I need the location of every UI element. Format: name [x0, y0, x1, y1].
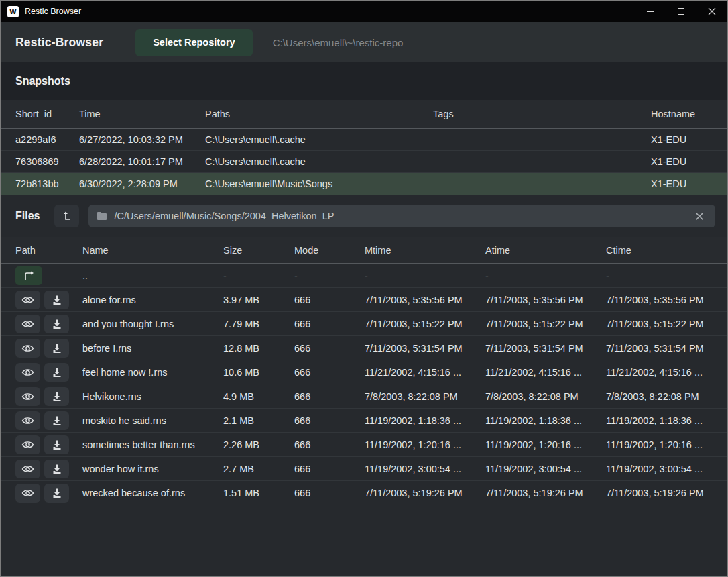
preview-file-button[interactable] [15, 484, 40, 503]
preview-file-button[interactable] [15, 411, 40, 430]
parent-atime: - [485, 270, 606, 281]
minimize-button[interactable] [635, 1, 666, 22]
window-controls [635, 1, 727, 22]
file-row[interactable]: alone for.rns 3.97 MB 666 7/11/2003, 5:3… [1, 288, 727, 312]
column-hostname: Hostname [651, 109, 713, 119]
preview-file-button[interactable] [15, 363, 40, 382]
download-file-button[interactable] [44, 460, 69, 478]
file-atime: 7/11/2003, 5:31:54 PM [485, 343, 606, 354]
download-file-button[interactable] [44, 363, 69, 382]
file-row[interactable]: and you thought I.rns 7.79 MB 666 7/11/2… [1, 312, 727, 336]
download-icon [52, 295, 62, 305]
preview-file-button[interactable] [15, 460, 40, 478]
download-icon [52, 367, 62, 378]
download-icon [52, 319, 62, 329]
column-mode: Mode [294, 245, 365, 256]
maximize-button[interactable] [666, 1, 696, 22]
file-ctime: 7/11/2003, 5:35:56 PM [606, 295, 713, 305]
file-name: sometimes better than.rns [82, 439, 223, 450]
eye-icon [21, 464, 34, 474]
file-ctime: 7/11/2003, 5:31:54 PM [606, 343, 713, 354]
file-size: 12.8 MB [223, 343, 294, 354]
file-size: 10.6 MB [223, 367, 294, 378]
download-file-button[interactable] [44, 291, 69, 309]
file-name: alone for.rns [82, 295, 223, 305]
file-size: 7.79 MB [223, 319, 294, 329]
eye-icon [21, 416, 34, 425]
download-file-button[interactable] [44, 315, 69, 333]
eye-icon [21, 295, 34, 305]
files-table-header: Path Name Size Mode Mtime Atime Ctime [1, 237, 727, 264]
column-path: Path [15, 245, 82, 256]
file-mode: 666 [294, 391, 365, 402]
download-file-button[interactable] [44, 339, 69, 358]
current-path-field[interactable]: /C/Users/emuell/Music/Songs/2004_Helveti… [88, 205, 715, 227]
file-row[interactable]: sometimes better than.rns 2.26 MB 666 11… [1, 433, 727, 457]
path-level-button[interactable] [54, 205, 79, 227]
file-ctime: 7/11/2003, 5:15:22 PM [606, 319, 713, 329]
column-time: Time [79, 109, 205, 119]
file-ctime: 11/19/2002, 1:20:16 ... [606, 439, 713, 450]
download-file-button[interactable] [44, 484, 69, 503]
file-mtime: 7/8/2003, 8:22:08 PM [365, 391, 485, 402]
file-row[interactable]: moskito he said.rns 2.1 MB 666 11/19/200… [1, 409, 727, 433]
go-to-parent-button[interactable] [15, 266, 42, 285]
parent-directory-row[interactable]: .. - - - - - [1, 264, 727, 288]
snapshot-short-id: 76306869 [15, 156, 79, 167]
download-icon [52, 391, 62, 402]
file-mtime: 7/11/2003, 5:15:22 PM [365, 319, 485, 329]
level-up-icon [62, 210, 72, 222]
eye-icon [21, 440, 34, 450]
download-file-button[interactable] [44, 387, 69, 406]
file-row[interactable]: wrecked because of.rns 1.51 MB 666 7/11/… [1, 481, 727, 505]
snapshot-time: 6/27/2022, 10:03:32 PM [79, 134, 205, 145]
snapshot-row[interactable]: 72b813bb 6/30/2022, 2:28:09 PM C:\Users\… [1, 173, 727, 195]
file-size: 4.9 MB [223, 391, 294, 402]
file-mode: 666 [294, 367, 365, 378]
snapshot-hostname: X1-EDU [651, 156, 713, 167]
preview-file-button[interactable] [15, 315, 40, 333]
file-mode: 666 [294, 415, 365, 426]
snapshot-paths: C:\Users\emuell\Music\Songs [205, 178, 433, 189]
clear-path-button[interactable] [691, 208, 707, 224]
snapshots-heading: Snapshots [1, 62, 727, 100]
download-file-button[interactable] [44, 411, 69, 430]
file-mtime: 11/19/2002, 1:18:36 ... [365, 415, 485, 426]
snapshot-row[interactable]: 76306869 6/28/2022, 10:01:17 PM C:\Users… [1, 151, 727, 173]
file-row[interactable]: Helvikone.rns 4.9 MB 666 7/8/2003, 8:22:… [1, 384, 727, 409]
file-atime: 11/19/2002, 1:20:16 ... [485, 439, 606, 450]
preview-file-button[interactable] [15, 291, 40, 309]
file-mtime: 11/19/2002, 1:20:16 ... [365, 439, 485, 450]
file-mode: 666 [294, 319, 365, 329]
snapshot-time: 6/28/2022, 10:01:17 PM [79, 156, 205, 167]
close-icon [708, 7, 716, 15]
eye-icon [21, 488, 34, 498]
preview-file-button[interactable] [15, 339, 40, 358]
maximize-icon [678, 8, 684, 15]
close-button[interactable] [696, 1, 727, 22]
file-name: wrecked because of.rns [82, 488, 223, 499]
preview-file-button[interactable] [15, 435, 40, 454]
preview-file-button[interactable] [15, 387, 40, 406]
file-mode: 666 [294, 439, 365, 450]
snapshot-row[interactable]: a2299af6 6/27/2022, 10:03:32 PM C:\Users… [1, 129, 727, 151]
download-icon [52, 415, 62, 426]
file-size: 2.26 MB [223, 439, 294, 450]
snapshot-paths: C:\Users\emuell\.cache [205, 134, 433, 145]
file-mode: 666 [294, 464, 365, 474]
download-file-button[interactable] [44, 435, 69, 454]
select-repository-button[interactable]: Select Repository [135, 29, 253, 56]
snapshot-short-id: 72b813bb [15, 178, 79, 189]
snapshot-short-id: a2299af6 [15, 134, 79, 145]
snapshots-table: a2299af6 6/27/2022, 10:03:32 PM C:\Users… [1, 129, 727, 195]
snapshot-time: 6/30/2022, 2:28:09 PM [79, 178, 205, 189]
column-size: Size [223, 245, 294, 256]
file-row[interactable]: feel home now !.rns 10.6 MB 666 11/21/20… [1, 360, 727, 384]
parent-mode: - [294, 270, 365, 281]
column-paths: Paths [205, 109, 433, 119]
file-name: and you thought I.rns [82, 319, 223, 329]
file-mtime: 11/21/2002, 4:15:16 ... [365, 367, 485, 378]
file-row[interactable]: wonder how it.rns 2.7 MB 666 11/19/2002,… [1, 457, 727, 481]
file-row[interactable]: before I.rns 12.8 MB 666 7/11/2003, 5:31… [1, 336, 727, 360]
column-mtime: Mtime [365, 245, 485, 256]
